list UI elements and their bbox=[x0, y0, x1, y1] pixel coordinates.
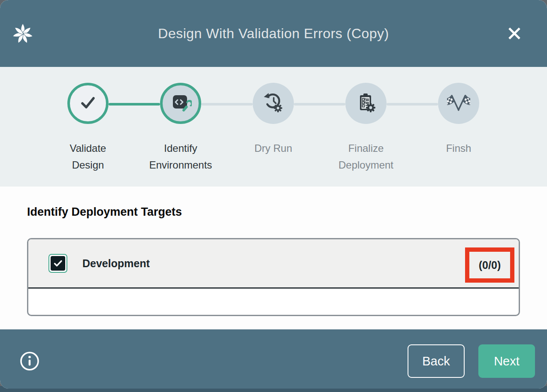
history-gear-icon bbox=[262, 91, 284, 115]
development-checkbox[interactable] bbox=[48, 254, 67, 273]
clipboard-gear-icon bbox=[355, 91, 377, 115]
step-label-validate-design: Validate Design bbox=[54, 140, 122, 173]
step-validate-design[interactable] bbox=[67, 83, 109, 124]
target-name-label: Development bbox=[82, 257, 150, 270]
info-icon[interactable] bbox=[19, 351, 40, 371]
step-label-finalize-deployment: Finalize Deployment bbox=[332, 140, 400, 173]
page-background: Design With Validation Errors (Copy) bbox=[0, 0, 547, 392]
back-button[interactable]: Back bbox=[408, 344, 465, 378]
step-label-identify-environments: Identify Environments bbox=[146, 140, 215, 173]
modal-title: Design With Validation Errors (Copy) bbox=[158, 26, 389, 42]
app-logo-icon bbox=[12, 22, 34, 45]
stepper-connector-1 bbox=[109, 103, 160, 106]
page-title: Identify Deployment Targets bbox=[27, 205, 182, 219]
deployment-wizard-modal: Design With Validation Errors (Copy) bbox=[0, 0, 547, 389]
next-button[interactable]: Next bbox=[478, 344, 535, 378]
annotation-highlight-red-box: (0/0) bbox=[465, 247, 514, 283]
modal-footer: Back Next bbox=[0, 329, 547, 389]
stepper-connector-4 bbox=[387, 103, 438, 106]
step-label-dry-run: Dry Run bbox=[239, 140, 308, 157]
step-label-finish: Finsh bbox=[424, 140, 493, 157]
step-identify-environments[interactable] bbox=[160, 83, 201, 124]
stepper-connector-3 bbox=[294, 103, 345, 106]
target-count-badge: (0/0) bbox=[479, 259, 501, 271]
step-finish[interactable] bbox=[438, 83, 479, 124]
check-icon bbox=[78, 92, 98, 115]
modal-header: Design With Validation Errors (Copy) bbox=[0, 0, 547, 67]
code-window-wrench-icon bbox=[169, 91, 192, 115]
stepper-connector-2 bbox=[201, 103, 253, 106]
close-icon[interactable] bbox=[502, 21, 526, 45]
checkbox-check-icon bbox=[51, 256, 65, 271]
wizard-stepper: Validate Design Identify Environments bbox=[0, 67, 547, 187]
target-row-development[interactable]: Development (0/0) bbox=[28, 239, 519, 289]
wizard-body: Identify Deployment Targets Development … bbox=[0, 187, 547, 329]
step-dry-run[interactable] bbox=[253, 83, 294, 124]
checkered-flags-icon bbox=[447, 91, 470, 116]
step-finalize-deployment[interactable] bbox=[345, 83, 387, 124]
deployment-targets-list: Development (0/0) bbox=[27, 238, 520, 316]
